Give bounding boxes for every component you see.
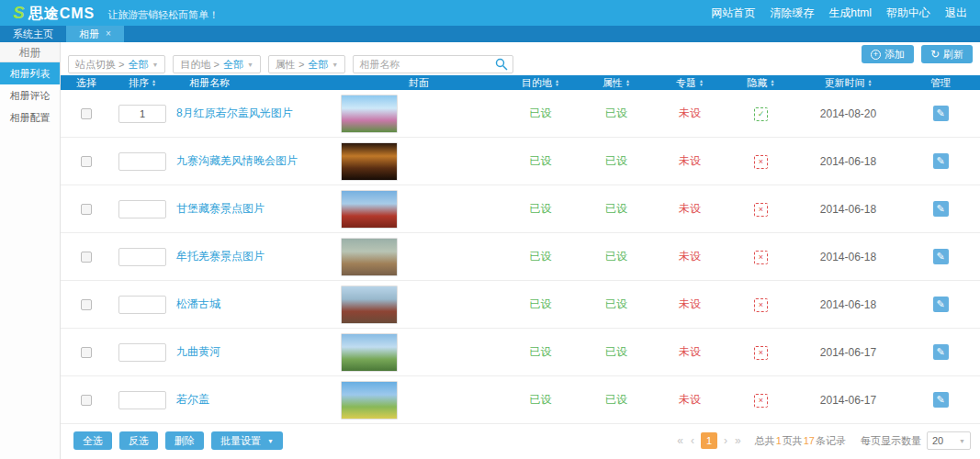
sort-order-input[interactable] [118,391,166,409]
album-name-link[interactable]: 九曲黄河 [176,345,220,358]
album-cover-image[interactable] [341,381,398,420]
summary-mid: 页共 [783,435,803,446]
album-cover-image[interactable] [341,285,398,324]
sort-order-input[interactable] [118,296,166,314]
album-name-link[interactable]: 若尔盖 [176,393,209,406]
row-checkbox[interactable] [81,299,92,310]
row-checkbox[interactable] [81,347,92,358]
row-checkbox[interactable] [81,108,92,119]
column-header[interactable]: 属性▲▼ [580,75,653,90]
updated-date: 2014-06-18 [820,298,876,311]
sidebar-item-album-comments[interactable]: 相册评论 [0,84,60,106]
toolbar: + 添加 ↻ 刷新 站点切换 > 全部 ▼ 目的地 > 全部 ▼ [61,42,980,75]
destination-filter-dropdown[interactable]: 目的地 > 全部 ▼ [173,55,260,73]
table-row: 牟托羌寨景点图片 已设 已设 未设 × 2014-06-18 ✎ [61,233,980,281]
attribute-status: 已设 [605,202,627,215]
prev-page-button[interactable]: ‹ [690,434,695,447]
visible-check-icon[interactable]: ✓ [754,107,768,121]
destination-filter-label: 目的地 > [180,58,219,72]
attribute-status: 已设 [605,154,627,167]
hidden-x-icon[interactable]: × [754,346,768,360]
topic-status: 未设 [679,202,701,215]
updated-date: 2014-06-18 [820,155,876,168]
search-input[interactable] [354,59,495,70]
hidden-x-icon[interactable]: × [754,298,768,312]
sidebar-item-album-list[interactable]: 相册列表 [0,62,60,84]
select-all-button[interactable]: 全选 [73,431,112,450]
album-name-link[interactable]: 甘堡藏寨景点图片 [176,202,265,215]
attribute-filter-dropdown[interactable]: 属性 > 全部 ▼ [268,55,345,73]
row-checkbox[interactable] [81,395,92,406]
album-name-link[interactable]: 松潘古城 [176,297,220,310]
delete-button[interactable]: 删除 [165,431,204,450]
search-icon[interactable] [495,58,508,71]
pagination-summary: 总共1页共17条记录 [755,434,846,448]
row-checkbox[interactable] [81,156,92,167]
topbar-link-site-home[interactable]: 网站首页 [711,6,755,21]
refresh-button[interactable]: ↻ 刷新 [921,45,973,63]
tab-album[interactable]: 相册 × [66,26,124,42]
first-page-button[interactable]: « [676,434,684,447]
sort-order-input[interactable] [118,200,166,218]
current-page-button[interactable]: 1 [701,432,717,449]
page-size-select[interactable]: 20 ▼ [927,431,971,450]
topbar-link-logout[interactable]: 退出 [945,6,967,21]
top-header-bar: S 思途CMS 让旅游营销轻松而简单！ 网站首页清除缓存生成html帮助中心退出 [0,0,980,26]
destination-status: 已设 [530,154,552,167]
edit-icon[interactable]: ✎ [933,344,949,360]
row-checkbox[interactable] [81,204,92,215]
album-name-link[interactable]: 九寨沟藏羌风情晚会图片 [176,154,298,167]
topbar-link-clear-cache[interactable]: 清除缓存 [770,6,814,21]
topic-status: 未设 [679,250,701,263]
album-name-link[interactable]: 牟托羌寨景点图片 [176,250,265,263]
album-cover-image[interactable] [341,142,398,181]
sort-order-input[interactable] [118,248,166,266]
site-filter-dropdown[interactable]: 站点切换 > 全部 ▼ [68,55,165,73]
edit-icon[interactable]: ✎ [933,106,949,121]
sort-order-input[interactable] [118,152,166,171]
refresh-button-label: 刷新 [943,48,963,62]
sidebar-item-album-config[interactable]: 相册配置 [0,106,60,129]
total-pages: 1 [775,435,783,446]
album-cover-image[interactable] [341,333,398,372]
hidden-x-icon[interactable]: × [754,155,768,169]
table-row: 若尔盖 已设 已设 未设 × 2014-06-17 ✎ [61,376,980,424]
row-checkbox[interactable] [81,252,92,263]
tab-system-home[interactable]: 系统主页 [0,26,66,42]
topbar-link-help-center[interactable]: 帮助中心 [886,6,930,21]
column-header[interactable]: 更新时间▲▼ [795,75,901,90]
table-row: 8月红原若尔盖风光图片 已设 已设 未设 ✓ 2014-08-20 ✎ [61,90,980,138]
next-page-button[interactable]: › [723,434,728,447]
edit-icon[interactable]: ✎ [933,249,949,264]
add-button[interactable]: + 添加 [862,45,914,63]
column-header[interactable]: 目的地▲▼ [501,75,580,90]
sort-order-input[interactable] [118,343,166,362]
batch-settings-button[interactable]: 批量设置 ▼ [211,431,283,450]
tab-bar: 系统主页 相册 × [0,26,980,42]
hidden-x-icon[interactable]: × [754,203,768,217]
tab-close-icon[interactable]: × [106,29,111,39]
logo-icon: S [13,1,25,25]
last-page-button[interactable]: » [734,434,742,447]
album-cover-image[interactable] [341,190,398,229]
album-cover-image[interactable] [341,95,398,133]
edit-icon[interactable]: ✎ [933,297,949,312]
topbar-link-generate-html[interactable]: 生成html [828,6,872,21]
sort-order-input[interactable] [118,105,166,123]
edit-icon[interactable]: ✎ [933,201,949,217]
column-header[interactable]: 专题▲▼ [653,75,727,90]
tab-album-label: 相册 [79,26,99,42]
column-header[interactable]: 隐藏▲▼ [727,75,795,90]
invert-select-button[interactable]: 反选 [119,431,158,450]
updated-date: 2014-06-17 [820,346,876,359]
column-header[interactable]: 排序▲▼ [112,75,173,90]
album-cover-image[interactable] [341,238,398,276]
album-name-link[interactable]: 8月红原若尔盖风光图片 [176,106,293,119]
attribute-filter-label: 属性 > [276,58,304,72]
edit-icon[interactable]: ✎ [933,392,949,408]
hidden-x-icon[interactable]: × [754,251,768,264]
updated-date: 2014-06-18 [820,251,876,263]
attribute-status: 已设 [605,393,627,406]
hidden-x-icon[interactable]: × [754,394,768,408]
edit-icon[interactable]: ✎ [933,153,949,169]
